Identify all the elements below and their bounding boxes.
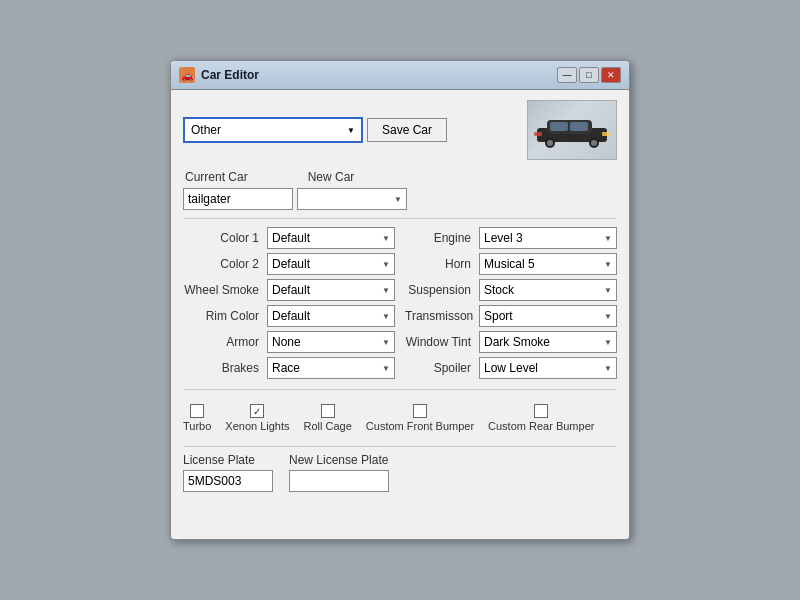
car-editor-window: 🚗 Car Editor — □ ✕ Other ▼ Save Car: [170, 60, 630, 540]
window-title: Car Editor: [201, 68, 259, 82]
horn-arrow: ▼: [604, 260, 612, 269]
color2-arrow: ▼: [382, 260, 390, 269]
color1-select[interactable]: Default ▼: [267, 227, 395, 249]
title-buttons: — □ ✕: [557, 67, 621, 83]
rearbumper-checkbox[interactable]: [534, 404, 548, 418]
field-row-brakes: Brakes Race ▼: [183, 355, 395, 381]
color2-select[interactable]: Default ▼: [267, 253, 395, 275]
color1-value: Default: [272, 231, 310, 245]
checkbox-xenon: Xenon Lights: [225, 404, 289, 432]
windowtint-value: Dark Smoke: [484, 335, 550, 349]
color1-arrow: ▼: [382, 234, 390, 243]
rollcage-checkbox[interactable]: [321, 404, 335, 418]
spoiler-select[interactable]: Low Level ▼: [479, 357, 617, 379]
field-label-wheelsmoke: Wheel Smoke: [183, 283, 263, 297]
rimcolor-value: Default: [272, 309, 310, 323]
car-inputs-row: ▼: [183, 188, 617, 210]
car-svg: [532, 110, 612, 150]
content-area: Other ▼ Save Car: [171, 90, 629, 502]
checkbox-frontbumper: Custom Front Bumper: [366, 404, 474, 432]
field-row-horn: Horn Musical 5 ▼: [405, 251, 617, 277]
new-car-label: New Car: [308, 170, 355, 184]
armor-value: None: [272, 335, 301, 349]
windowtint-select[interactable]: Dark Smoke ▼: [479, 331, 617, 353]
field-row-rimcolor: Rim Color Default ▼: [183, 303, 395, 329]
field-label-armor: Armor: [183, 335, 263, 349]
new-car-dropdown[interactable]: ▼: [297, 188, 407, 210]
frontbumper-label: Custom Front Bumper: [366, 420, 474, 432]
spoiler-arrow: ▼: [604, 364, 612, 373]
engine-select[interactable]: Level 3 ▼: [479, 227, 617, 249]
license-plate-group: License Plate: [183, 453, 273, 492]
field-label-suspension: Suspension: [405, 283, 475, 297]
close-button[interactable]: ✕: [601, 67, 621, 83]
field-label-horn: Horn: [405, 257, 475, 271]
car-preview-image: [527, 100, 617, 160]
armor-select[interactable]: None ▼: [267, 331, 395, 353]
divider-2: [183, 389, 617, 390]
wheelsmoke-value: Default: [272, 283, 310, 297]
top-row-left: Other ▼ Save Car: [183, 117, 511, 143]
rollcage-label: Roll Cage: [304, 420, 352, 432]
field-label-windowtint: Window Tint: [405, 335, 475, 349]
horn-value: Musical 5: [484, 257, 535, 271]
left-fields: Color 1 Default ▼ Color 2 Default ▼ Whee…: [183, 225, 395, 381]
field-row-transmission: Transmisson Sport ▼: [405, 303, 617, 329]
brakes-select[interactable]: Race ▼: [267, 357, 395, 379]
car-preview-inner: [528, 101, 616, 159]
wheelsmoke-select[interactable]: Default ▼: [267, 279, 395, 301]
fields-grid: Color 1 Default ▼ Color 2 Default ▼ Whee…: [183, 225, 617, 381]
frontbumper-checkbox[interactable]: [413, 404, 427, 418]
save-car-button[interactable]: Save Car: [367, 118, 447, 142]
main-dropdown[interactable]: Other ▼: [183, 117, 363, 143]
title-bar-left: 🚗 Car Editor: [179, 67, 259, 83]
field-row-engine: Engine Level 3 ▼: [405, 225, 617, 251]
field-label-brakes: Brakes: [183, 361, 263, 375]
field-row-suspension: Suspension Stock ▼: [405, 277, 617, 303]
transmission-select[interactable]: Sport ▼: [479, 305, 617, 327]
engine-arrow: ▼: [604, 234, 612, 243]
current-car-label: Current Car: [185, 170, 248, 184]
field-label-rimcolor: Rim Color: [183, 309, 263, 323]
checkbox-rearbumper: Custom Rear Bumper: [488, 404, 594, 432]
main-dropdown-arrow: ▼: [347, 126, 355, 135]
xenon-label: Xenon Lights: [225, 420, 289, 432]
divider-1: [183, 218, 617, 219]
car-labels-row: Current Car New Car: [185, 170, 617, 184]
suspension-arrow: ▼: [604, 286, 612, 295]
transmission-arrow: ▼: [604, 312, 612, 321]
field-row-spoiler: Spoiler Low Level ▼: [405, 355, 617, 381]
field-label-transmission: Transmisson: [405, 309, 475, 323]
xenon-checkbox[interactable]: [250, 404, 264, 418]
suspension-value: Stock: [484, 283, 514, 297]
checkboxes-section: Turbo Xenon Lights Roll Cage Custom Fron…: [183, 398, 617, 438]
minimize-button[interactable]: —: [557, 67, 577, 83]
new-license-plate-group: New License Plate: [289, 453, 389, 492]
windowtint-arrow: ▼: [604, 338, 612, 347]
license-plate-input[interactable]: [183, 470, 273, 492]
checkbox-turbo: Turbo: [183, 404, 211, 432]
current-car-input[interactable]: [183, 188, 293, 210]
field-label-engine: Engine: [405, 231, 475, 245]
license-plate-label: License Plate: [183, 453, 273, 467]
transmission-value: Sport: [484, 309, 513, 323]
rimcolor-arrow: ▼: [382, 312, 390, 321]
rimcolor-select[interactable]: Default ▼: [267, 305, 395, 327]
color2-value: Default: [272, 257, 310, 271]
checkbox-rollcage: Roll Cage: [304, 404, 352, 432]
new-license-plate-label: New License Plate: [289, 453, 389, 467]
field-row-windowtint: Window Tint Dark Smoke ▼: [405, 329, 617, 355]
field-label-spoiler: Spoiler: [405, 361, 475, 375]
horn-select[interactable]: Musical 5 ▼: [479, 253, 617, 275]
turbo-checkbox[interactable]: [190, 404, 204, 418]
title-bar: 🚗 Car Editor — □ ✕: [171, 61, 629, 90]
main-dropdown-value: Other: [191, 123, 221, 137]
license-section: License Plate New License Plate: [183, 453, 617, 492]
new-license-plate-input[interactable]: [289, 470, 389, 492]
field-label-color2: Color 2: [183, 257, 263, 271]
spoiler-value: Low Level: [484, 361, 538, 375]
svg-rect-3: [570, 122, 588, 131]
suspension-select[interactable]: Stock ▼: [479, 279, 617, 301]
maximize-button[interactable]: □: [579, 67, 599, 83]
top-row: Other ▼ Save Car: [183, 100, 617, 160]
